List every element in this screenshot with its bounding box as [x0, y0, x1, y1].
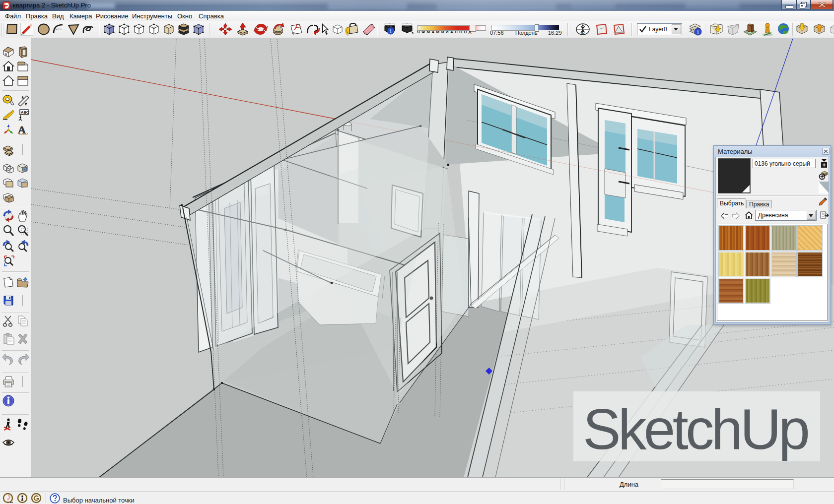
svg-text:i: i [697, 29, 698, 35]
svg-text:A: A [18, 124, 26, 136]
svg-text:Ю: Ю [581, 31, 584, 34]
svg-text:i: i [390, 28, 391, 34]
svg-text:С: С [581, 24, 584, 29]
svg-text:SketchUp: SketchUp [583, 397, 810, 461]
svg-text:ABC: ABC [21, 110, 29, 115]
